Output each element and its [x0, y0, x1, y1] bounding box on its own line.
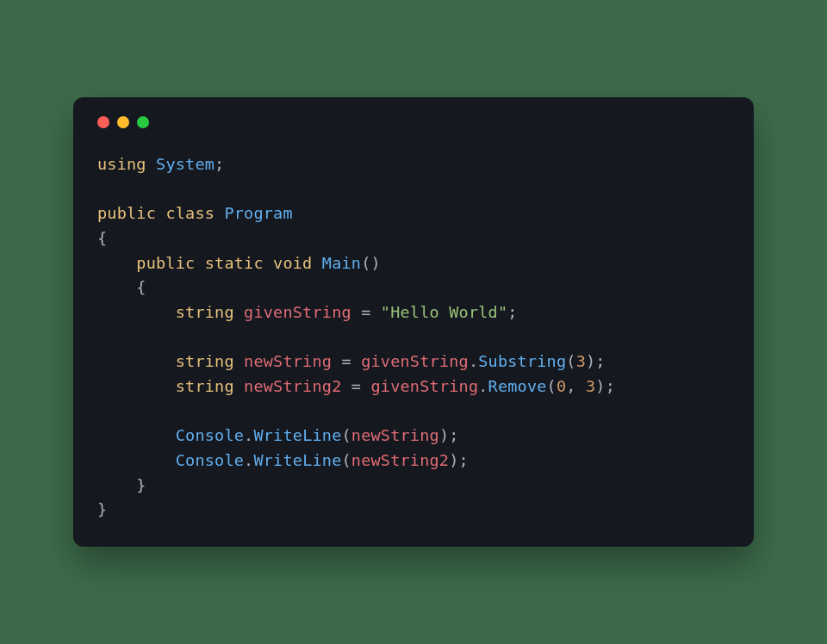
close-icon[interactable]	[97, 116, 109, 128]
variable: givenString	[371, 377, 479, 395]
punct: }	[97, 500, 107, 518]
maximize-icon[interactable]	[137, 116, 149, 128]
punct: =	[341, 352, 351, 370]
punct: {	[97, 229, 107, 247]
type: WriteLine	[253, 426, 341, 444]
punct: ;	[606, 377, 615, 395]
keyword: using	[97, 155, 146, 173]
variable: givenString	[244, 303, 351, 321]
punct: (	[566, 352, 575, 370]
variable: newString2	[244, 377, 341, 395]
type: Program	[224, 204, 292, 222]
code-window: using System; public class Program { pub…	[73, 97, 754, 547]
variable: givenString	[361, 352, 469, 370]
keyword: public	[97, 204, 156, 222]
window-titlebar	[97, 116, 730, 128]
punct: )	[586, 352, 595, 370]
code-block: using System; public class Program { pub…	[97, 152, 730, 523]
punct: =	[361, 303, 370, 321]
minimize-icon[interactable]	[117, 116, 129, 128]
punct: )	[449, 451, 458, 469]
string: "Hello World"	[381, 303, 507, 321]
type: Console	[176, 426, 244, 444]
punct: {	[136, 278, 146, 296]
punct: ;	[459, 451, 469, 469]
punct: (	[361, 254, 370, 272]
punct: )	[595, 377, 605, 395]
punct: ;	[449, 426, 458, 444]
punct: ;	[595, 352, 605, 370]
keyword: string	[176, 377, 234, 395]
type: Substring	[478, 352, 566, 370]
punct: (	[341, 426, 351, 444]
punct: .	[244, 451, 253, 469]
type: System	[156, 155, 215, 173]
punct: .	[244, 426, 253, 444]
keyword: public	[136, 254, 195, 272]
punct: (	[547, 377, 557, 395]
variable: newString	[351, 426, 439, 444]
punct: }	[136, 476, 146, 494]
keyword: class	[165, 204, 215, 222]
punct: .	[478, 377, 488, 395]
number: 3	[586, 377, 595, 395]
punct: =	[351, 377, 361, 395]
number: 3	[576, 352, 586, 370]
punct: )	[439, 426, 449, 444]
keyword: string	[176, 303, 234, 321]
keyword: void	[273, 254, 312, 272]
punct: )	[371, 254, 381, 272]
type: WriteLine	[253, 451, 341, 469]
type: Main	[322, 254, 361, 272]
punct: ;	[507, 303, 517, 321]
punct: .	[469, 352, 478, 370]
keyword: string	[176, 352, 234, 370]
variable: newString2	[351, 451, 449, 469]
number: 0	[557, 377, 566, 395]
punct: ,	[566, 377, 575, 395]
type: Console	[176, 451, 244, 469]
punct: ;	[215, 155, 224, 173]
punct: (	[341, 451, 351, 469]
keyword: static	[205, 254, 264, 272]
type: Remove	[488, 377, 547, 395]
variable: newString	[244, 352, 332, 370]
